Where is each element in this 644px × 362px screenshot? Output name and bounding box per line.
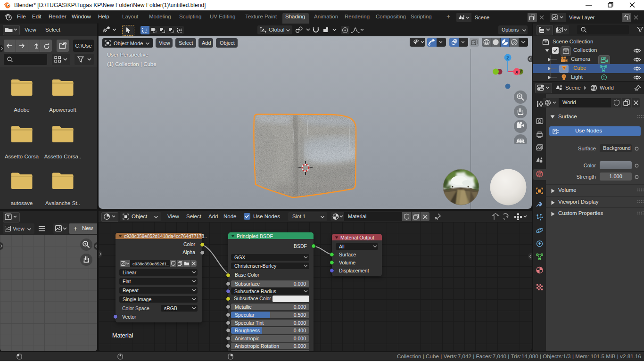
svg-text:Assetto Corsa: Assetto Corsa bbox=[5, 154, 39, 159]
svg-text:Assetto Corsa..: Assetto Corsa.. bbox=[44, 154, 82, 159]
svg-text:Avalanche St..: Avalanche St.. bbox=[45, 200, 80, 206]
svg-text:autosave: autosave bbox=[11, 200, 33, 206]
svg-text:Adobe: Adobe bbox=[14, 107, 29, 113]
svg-text:Z: Z bbox=[506, 56, 509, 60]
svg-text:X: X bbox=[515, 70, 518, 74]
svg-text:Apowersoft: Apowersoft bbox=[49, 107, 76, 113]
